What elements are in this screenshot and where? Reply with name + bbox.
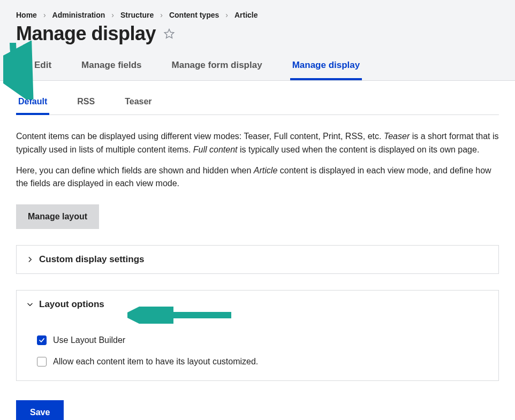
breadcrumb-sep: › — [160, 11, 163, 19]
desc-text: is typically used when the content is di… — [238, 145, 480, 154]
manage-layout-button[interactable]: Manage layout — [16, 204, 99, 229]
page-title-row: Manage display — [16, 22, 499, 45]
desc-fullcontent-em: Full content — [193, 145, 238, 154]
breadcrumb-content-types[interactable]: Content types — [169, 11, 219, 19]
tab-edit[interactable]: Edit — [32, 55, 54, 80]
page-title: Manage display — [16, 22, 156, 45]
breadcrumb-structure[interactable]: Structure — [120, 11, 154, 19]
header-region: Home › Administration › Structure › Cont… — [0, 0, 515, 81]
custom-display-settings-label: Custom display settings — [39, 254, 144, 265]
breadcrumb-article[interactable]: Article — [234, 11, 258, 19]
secondary-tabs: Default RSS Teaser — [16, 91, 499, 115]
chevron-down-icon — [26, 301, 34, 308]
breadcrumb-sep: › — [43, 11, 46, 19]
subtab-teaser[interactable]: Teaser — [123, 91, 154, 115]
custom-display-settings-panel: Custom display settings — [16, 245, 499, 274]
desc-text: Content items can be displayed using dif… — [16, 132, 384, 141]
custom-display-settings-toggle[interactable]: Custom display settings — [17, 246, 498, 273]
layout-options-label: Layout options — [39, 299, 104, 310]
tab-manage-fields[interactable]: Manage fields — [79, 55, 143, 80]
save-button[interactable]: Save — [16, 400, 64, 420]
subtab-default[interactable]: Default — [16, 91, 49, 115]
use-layout-builder-row: Use Layout Builder — [37, 335, 489, 345]
tab-manage-display[interactable]: Manage display — [290, 55, 362, 80]
svg-marker-0 — [164, 29, 173, 39]
breadcrumb: Home › Administration › Structure › Cont… — [16, 11, 499, 19]
content-region: Default RSS Teaser Content items can be … — [0, 91, 515, 420]
use-layout-builder-label: Use Layout Builder — [53, 335, 125, 345]
layout-options-panel: Layout options Use Layout Builder Allow … — [16, 290, 499, 381]
desc-teaser-em: Teaser — [384, 132, 410, 141]
primary-tabs: Edit Manage fields Manage form display M… — [16, 55, 499, 80]
breadcrumb-sep: › — [111, 11, 114, 19]
allow-custom-label: Allow each content item to have its layo… — [53, 357, 258, 366]
layout-options-toggle[interactable]: Layout options — [17, 291, 498, 318]
desc-text: Here, you can define which fields are sh… — [16, 166, 254, 175]
star-favorite-icon[interactable] — [163, 28, 175, 40]
desc-article-em: Article — [254, 166, 277, 175]
description-text: Content items can be displayed using dif… — [16, 130, 499, 190]
breadcrumb-home[interactable]: Home — [16, 11, 37, 19]
tab-manage-form-display[interactable]: Manage form display — [170, 55, 264, 80]
breadcrumb-administration[interactable]: Administration — [52, 11, 105, 19]
chevron-right-icon — [26, 256, 34, 263]
subtab-rss[interactable]: RSS — [75, 91, 97, 115]
breadcrumb-sep: › — [225, 11, 228, 19]
allow-custom-checkbox[interactable] — [37, 357, 47, 366]
layout-options-body: Use Layout Builder Allow each content it… — [17, 318, 498, 380]
use-layout-builder-checkbox[interactable] — [37, 335, 47, 345]
allow-custom-row: Allow each content item to have its layo… — [37, 357, 489, 366]
